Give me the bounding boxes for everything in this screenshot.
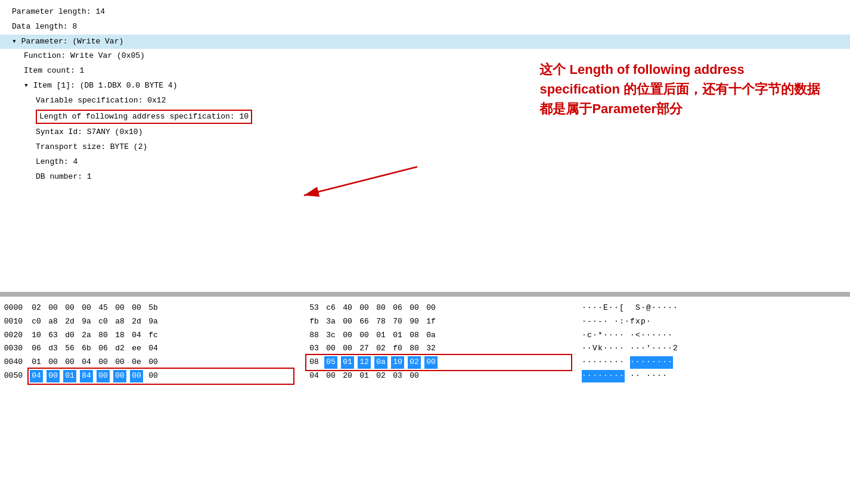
hex-byte[interactable]: 0a [424, 329, 438, 342]
hex-byte[interactable]: 00 [97, 356, 110, 369]
hex-byte[interactable]: 1f [424, 316, 438, 328]
hex-byte[interactable]: 02 [408, 356, 421, 369]
hex-byte[interactable]: 10 [391, 356, 404, 369]
hex-byte[interactable]: 00 [63, 356, 76, 369]
hex-byte[interactable]: 70 [391, 316, 404, 328]
hex-byte[interactable]: 6b [80, 343, 93, 355]
hex-byte[interactable]: 01 [358, 370, 371, 382]
hex-byte[interactable]: 88 [308, 329, 321, 342]
hex-byte[interactable]: 5b [147, 302, 160, 315]
hex-byte[interactable]: c6 [324, 302, 337, 315]
hex-byte[interactable]: 08 [408, 329, 421, 342]
hex-byte[interactable]: 00 [113, 356, 126, 369]
hex-byte[interactable]: 00 [80, 302, 93, 315]
hex-byte[interactable]: 00 [130, 370, 143, 382]
hex-bytes-group2: fb3a00667870901f [308, 316, 570, 328]
hex-byte[interactable]: fb [308, 316, 321, 328]
hex-byte[interactable]: 78 [374, 316, 387, 328]
hex-byte[interactable]: 01 [341, 356, 354, 369]
hex-byte[interactable]: 00 [358, 302, 371, 315]
hex-byte[interactable]: 90 [408, 316, 421, 328]
hex-byte[interactable]: c0 [97, 316, 110, 328]
hex-byte[interactable]: a8 [46, 316, 60, 328]
hex-byte[interactable]: 00 [341, 343, 354, 355]
hex-byte[interactable]: 06 [97, 343, 110, 355]
hex-byte[interactable]: 80 [97, 329, 110, 342]
hex-byte[interactable]: 00 [97, 370, 110, 382]
hex-byte[interactable]: 00 [341, 329, 354, 342]
hex-byte[interactable]: a8 [113, 316, 126, 328]
hex-byte[interactable]: 00 [113, 302, 126, 315]
hex-byte[interactable]: d2 [113, 343, 126, 355]
hex-byte[interactable]: 10 [30, 329, 43, 342]
hex-byte[interactable]: 04 [147, 343, 160, 355]
hex-byte[interactable]: 03 [308, 343, 321, 355]
hex-byte[interactable]: 66 [358, 316, 371, 328]
hex-byte[interactable]: 00 [408, 370, 421, 382]
hex-byte[interactable]: 01 [391, 329, 404, 342]
hex-byte[interactable]: c0 [30, 316, 43, 328]
hex-byte[interactable]: 01 [374, 329, 387, 342]
hex-byte[interactable]: 3a [324, 316, 337, 328]
hex-row: 00400100000400000e00080501120a100200····… [0, 356, 850, 369]
hex-byte[interactable]: 00 [147, 356, 160, 369]
hex-byte[interactable]: 63 [46, 329, 60, 342]
hex-byte[interactable]: 45 [97, 302, 110, 315]
hex-byte[interactable]: 00 [424, 356, 438, 369]
hex-byte[interactable]: 32 [424, 343, 438, 355]
hex-byte[interactable]: 3c [324, 329, 337, 342]
hex-byte[interactable]: 04 [30, 370, 43, 382]
hex-byte[interactable]: 02 [374, 343, 387, 355]
hex-byte[interactable]: 00 [341, 316, 354, 328]
hex-byte[interactable]: 04 [308, 370, 321, 382]
hex-byte[interactable]: 00 [46, 370, 60, 382]
hex-byte[interactable]: 00 [408, 302, 421, 315]
hex-byte[interactable]: 00 [424, 302, 438, 315]
hex-byte[interactable]: 84 [80, 370, 93, 382]
hex-byte[interactable]: d0 [63, 329, 76, 342]
hex-byte[interactable]: 08 [308, 356, 321, 369]
hex-bytes-group2: 04002001020300 [308, 370, 570, 382]
hex-byte[interactable]: 00 [358, 329, 371, 342]
hex-byte[interactable]: 00 [63, 302, 76, 315]
hex-byte[interactable]: 06 [391, 302, 404, 315]
hex-byte[interactable]: 02 [374, 370, 387, 382]
hex-byte[interactable]: 00 [147, 370, 160, 382]
hex-byte[interactable]: d3 [46, 343, 60, 355]
hex-offset: 0050 [0, 370, 30, 382]
hex-byte[interactable]: 56 [63, 343, 76, 355]
hex-byte[interactable]: 9a [80, 316, 93, 328]
hex-byte[interactable]: 00 [113, 370, 126, 382]
hex-byte[interactable]: 01 [30, 356, 43, 369]
hex-bytes-group1: 020000004500005b [30, 302, 292, 315]
hex-byte[interactable]: 12 [358, 356, 371, 369]
hex-byte[interactable]: 2d [130, 316, 143, 328]
hex-byte[interactable]: 9a [147, 316, 160, 328]
hex-byte[interactable]: 04 [80, 356, 93, 369]
hex-byte[interactable]: 2d [63, 316, 76, 328]
hex-byte[interactable]: fc [147, 329, 160, 342]
hex-byte[interactable]: 53 [308, 302, 321, 315]
hex-byte[interactable]: 00 [46, 356, 60, 369]
hex-byte[interactable]: 00 [130, 302, 143, 315]
hex-byte[interactable]: ee [130, 343, 143, 355]
hex-byte[interactable]: 40 [341, 302, 354, 315]
hex-byte[interactable]: 0a [374, 356, 387, 369]
hex-byte[interactable]: 00 [324, 370, 337, 382]
hex-byte[interactable]: f0 [391, 343, 404, 355]
hex-byte[interactable]: 01 [63, 370, 76, 382]
hex-byte[interactable]: 00 [46, 302, 60, 315]
hex-byte[interactable]: 04 [130, 329, 143, 342]
hex-byte[interactable]: 00 [324, 343, 337, 355]
hex-byte[interactable]: 06 [30, 343, 43, 355]
hex-byte[interactable]: 80 [374, 302, 387, 315]
hex-byte[interactable]: 02 [30, 302, 43, 315]
hex-byte[interactable]: 03 [391, 370, 404, 382]
hex-byte[interactable]: 27 [358, 343, 371, 355]
hex-byte[interactable]: 0e [130, 356, 143, 369]
hex-byte[interactable]: 80 [408, 343, 421, 355]
hex-byte[interactable]: 20 [341, 370, 354, 382]
hex-byte[interactable]: 05 [324, 356, 337, 369]
hex-byte[interactable]: 2a [80, 329, 93, 342]
hex-byte[interactable]: 18 [113, 329, 126, 342]
